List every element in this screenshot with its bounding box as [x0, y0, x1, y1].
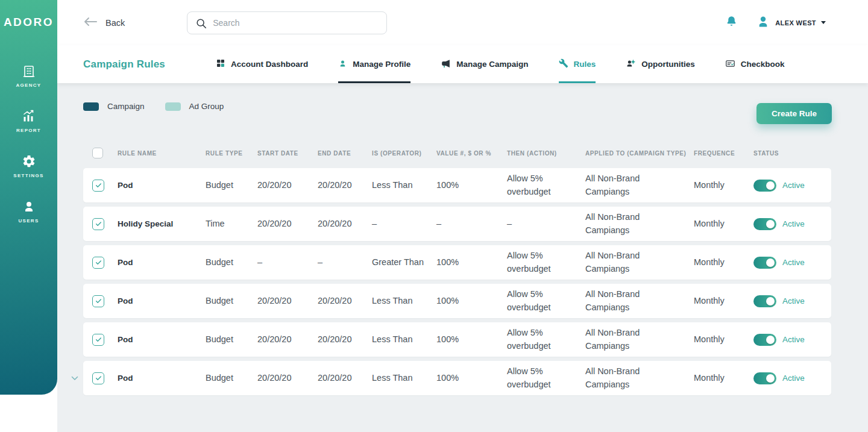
status-toggle[interactable] [753, 372, 776, 384]
status-toggle[interactable] [753, 334, 776, 346]
tab-opportunities[interactable]: Opportunities [626, 45, 695, 83]
status-toggle[interactable] [753, 257, 776, 269]
ad-group-swatch [165, 102, 181, 111]
start-date-cell: 20/20/20 [257, 295, 318, 307]
operator-cell: Less Than [372, 295, 436, 307]
sidebar-item-report[interactable]: REPORT [16, 109, 41, 133]
rule-name-cell: Holidy Special [118, 218, 206, 230]
legend-label: Campaign [107, 102, 145, 111]
action-cell: Allow 5% overbudget [507, 288, 570, 313]
user-icon [22, 199, 36, 214]
start-date-cell: 20/20/20 [257, 179, 318, 192]
agency-icon [22, 64, 36, 78]
operator-cell: – [372, 218, 436, 230]
avatar-icon [756, 14, 770, 31]
applied-to-cell: All Non-Brand Campiangs [585, 327, 665, 352]
row-checkbox[interactable] [92, 180, 104, 192]
profile-icon [338, 59, 347, 70]
rule-type-cell: Budget [206, 333, 257, 346]
row-checkbox[interactable] [92, 218, 104, 230]
row-checkbox[interactable] [92, 257, 104, 269]
back-label: Back [105, 18, 125, 28]
status-toggle[interactable] [753, 218, 776, 230]
status-toggle[interactable] [753, 180, 776, 192]
start-date-cell: – [257, 256, 318, 269]
sidebar-item-settings[interactable]: SETTINGS [13, 154, 43, 178]
subnav: Campaign Rules Account Dashboard Manage … [57, 45, 868, 83]
operator-cell: Less Than [372, 372, 436, 384]
applied-to-cell: All Non-Brand Campiangs [585, 365, 665, 390]
sidebar-item-label: SETTINGS [13, 173, 43, 178]
start-date-cell: 20/20/20 [257, 333, 318, 346]
table-row: Pod Budget 20/20/20 20/20/20 Less Than 1… [83, 284, 831, 318]
frequence-cell: Monthly [694, 372, 753, 384]
legend-label: Ad Group [189, 102, 224, 111]
status-label: Active [782, 335, 805, 344]
bell-icon[interactable] [725, 15, 738, 31]
operator-cell: Less Than [372, 179, 436, 192]
row-checkbox[interactable] [92, 295, 104, 307]
tab-rules[interactable]: Rules [559, 45, 596, 83]
tab-label: Rules [574, 60, 596, 69]
row-checkbox[interactable] [92, 372, 104, 384]
search-input[interactable] [187, 12, 386, 34]
legend-item-campaign: Campaign [83, 102, 145, 111]
action-cell: – [507, 218, 570, 230]
sidebar-item-label: AGENCY [16, 83, 41, 88]
create-rule-button[interactable]: Create Rule [756, 103, 832, 124]
tab-manage-campaign[interactable]: Manage Campaign [441, 45, 528, 83]
column-header: IS (OPERATOR) [372, 150, 436, 157]
back-button[interactable]: Back [83, 16, 125, 30]
operator-cell: Less Than [372, 333, 436, 346]
table-row: Pod Budget 20/20/20 20/20/20 Less Than 1… [83, 361, 831, 395]
status-label: Active [782, 258, 805, 267]
report-icon [21, 109, 36, 124]
tab-bar: Account Dashboard Manage Profile Manage … [216, 45, 785, 83]
campaign-icon [441, 58, 451, 70]
end-date-cell: 20/20/20 [318, 372, 372, 384]
toggle-knob [766, 220, 775, 228]
column-header: FREQUENCE [694, 150, 753, 157]
frequence-cell: Monthly [694, 256, 753, 269]
value-cell: 100% [436, 295, 507, 307]
value-cell: 100% [436, 333, 507, 346]
column-header: APPLIED TO (CAMPAIGN TYPE) [585, 150, 694, 157]
tab-label: Manage Profile [353, 60, 410, 69]
sidebar-item-users[interactable]: USERS [18, 199, 39, 224]
user-menu[interactable]: ALEX WEST [756, 14, 826, 31]
rule-name-cell: Pod [118, 334, 206, 346]
rule-type-cell: Time [206, 218, 257, 230]
sidebar-item-agency[interactable]: AGENCY [16, 64, 41, 88]
collapse-chevron-icon[interactable] [71, 374, 78, 383]
rules-icon [559, 58, 568, 70]
rule-type-cell: Budget [206, 256, 257, 269]
sidebar-nav: AGENCY REPORT SETTINGS USERS [13, 64, 43, 224]
frequence-cell: Monthly [694, 333, 753, 346]
campaign-swatch [83, 102, 99, 111]
column-header: RULE NAME [118, 150, 206, 157]
top-header: Back ALEX WEST [57, 0, 868, 45]
toggle-knob [766, 258, 775, 267]
tab-checkbook[interactable]: Checkbook [725, 45, 785, 83]
toggle-knob [766, 181, 775, 190]
column-header: RULE TYPE [206, 150, 257, 157]
end-date-cell: 20/20/20 [318, 218, 372, 230]
back-arrow-icon [83, 16, 98, 30]
value-cell: 100% [436, 372, 507, 384]
end-date-cell: 20/20/20 [318, 295, 372, 307]
frequence-cell: Monthly [694, 179, 753, 192]
value-cell: – [436, 218, 507, 230]
start-date-cell: 20/20/20 [257, 218, 318, 230]
select-all-checkbox[interactable] [92, 148, 103, 158]
sidebar-item-label: USERS [18, 218, 39, 224]
app-logo: ADORO [4, 16, 54, 29]
row-checkbox[interactable] [92, 334, 104, 346]
table-row: Holidy Special Time 20/20/20 20/20/20 – … [83, 207, 831, 241]
status-label: Active [782, 374, 805, 383]
tab-manage-profile[interactable]: Manage Profile [338, 45, 410, 83]
action-cell: Allow 5% overbudget [507, 249, 570, 275]
tab-account-dashboard[interactable]: Account Dashboard [216, 45, 308, 83]
column-header: STATUS [753, 150, 831, 157]
status-label: Active [782, 296, 805, 305]
status-toggle[interactable] [753, 295, 776, 307]
